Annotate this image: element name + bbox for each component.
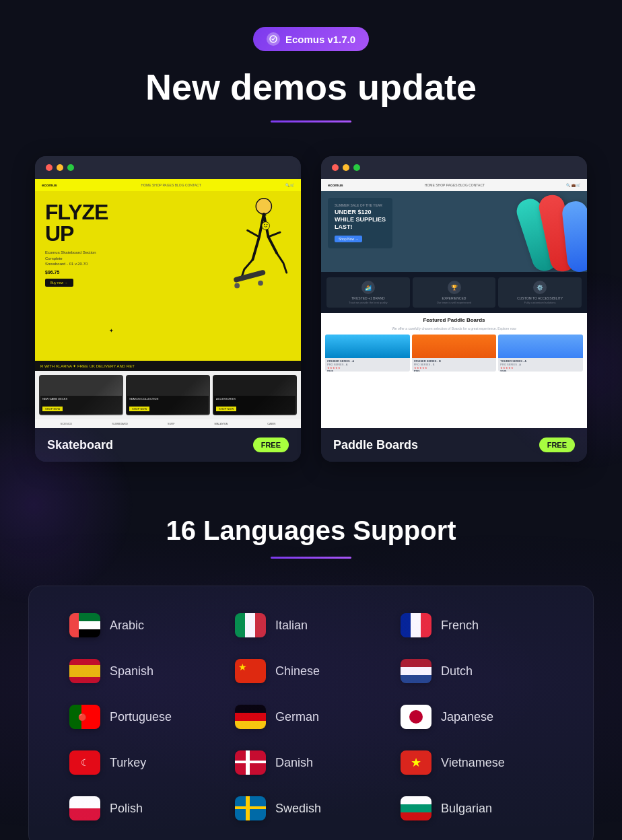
flag-polish bbox=[69, 796, 100, 820]
title-divider bbox=[271, 120, 351, 123]
language-item-spanish: Spanish bbox=[69, 659, 221, 683]
paddle-icons-row: 🏄 TRUSTED +1 BRAND Trust we provide the … bbox=[321, 272, 587, 313]
demo-cards-row: ecomus HOME SHOP PAGES BLOG CONTACT 🔍 🛒 … bbox=[0, 156, 622, 462]
language-item-bulgarian: Bulgarian bbox=[401, 796, 553, 820]
paddle-label: Paddle Boards bbox=[333, 438, 418, 452]
dot-yellow-2 bbox=[343, 164, 349, 171]
paddle-nav: ecomus HOME SHOP PAGES BLOG CONTACT 🔍 💼 … bbox=[321, 179, 587, 191]
language-item-dutch: Dutch bbox=[401, 659, 553, 683]
lang-name-bulgarian: Bulgarian bbox=[441, 802, 492, 816]
fp-card-3: TOURER SERIES - A PRO SERIES - A ★★★★★ $… bbox=[498, 335, 583, 372]
flag-turkey bbox=[69, 750, 100, 775]
flag-chinese bbox=[235, 659, 266, 683]
flag-danish bbox=[235, 750, 266, 775]
featured-products-row: CRUISER SERIES - A PRO SERIES - A ★★★★★ … bbox=[325, 335, 583, 372]
flag-dutch bbox=[401, 659, 431, 683]
skate-products-row: NEW GAME DECKS SHOP NOW SEASON COLLECTIO… bbox=[35, 371, 301, 419]
flag-german bbox=[235, 705, 266, 729]
lang-name-arabic: Arabic bbox=[110, 619, 144, 633]
browser-bar-paddle bbox=[321, 156, 587, 179]
product-card-3: ACCESSORIES SHOP NOW bbox=[213, 375, 297, 415]
skate-bg: ecomus HOME SHOP PAGES BLOG CONTACT 🔍 🛒 … bbox=[35, 179, 301, 428]
flag-japanese bbox=[401, 705, 431, 729]
skateboard-label: Skateboard bbox=[47, 438, 113, 452]
flag-vietnamese bbox=[401, 750, 431, 775]
skateboard-free-badge: FREE bbox=[253, 438, 289, 452]
skate-bottom-nav: SCIENCE SLIMBOARD SURF MALAYSIA CABIN bbox=[35, 419, 301, 428]
lang-name-swedish: Swedish bbox=[275, 802, 321, 816]
skateboard-card-footer: Skateboard FREE bbox=[35, 428, 301, 462]
language-item-turkey: Turkey bbox=[69, 750, 221, 775]
svg-point-6 bbox=[264, 224, 265, 225]
flag-arabic bbox=[69, 613, 100, 637]
lang-name-italian: Italian bbox=[275, 619, 308, 633]
language-item-german: German bbox=[235, 705, 387, 729]
lang-name-portuguese: Portuguese bbox=[110, 710, 172, 724]
paddle-screenshot: ecomus HOME SHOP PAGES BLOG CONTACT 🔍 💼 … bbox=[321, 179, 587, 428]
lang-name-german: German bbox=[275, 710, 319, 724]
page-title: New demos update bbox=[145, 67, 477, 107]
browser-bar-skateboard bbox=[35, 156, 301, 179]
paddle-hero-text: SUMMER SALE OF THE YEAR UNDER $120WHILE … bbox=[328, 198, 392, 248]
languages-title: 16 Languages Support bbox=[166, 516, 456, 546]
skateboard-screenshot: ecomus HOME SHOP PAGES BLOG CONTACT 🔍 🛒 … bbox=[35, 179, 301, 428]
demo-card-paddle[interactable]: ecomus HOME SHOP PAGES BLOG CONTACT 🔍 💼 … bbox=[321, 156, 587, 462]
lang-name-danish: Danish bbox=[275, 756, 313, 770]
languages-container: ArabicItalianFrenchSpanishChineseDutchPo… bbox=[28, 586, 594, 840]
svg-point-3 bbox=[234, 283, 240, 289]
lang-name-spanish: Spanish bbox=[110, 664, 153, 678]
lang-name-dutch: Dutch bbox=[441, 664, 473, 678]
skate-nav: ecomus HOME SHOP PAGES BLOG CONTACT 🔍 🛒 bbox=[35, 179, 301, 191]
version-badge: Ecomus v1.7.0 bbox=[253, 27, 369, 51]
flag-portuguese bbox=[69, 705, 100, 729]
languages-divider bbox=[271, 557, 351, 559]
language-item-portuguese: Portuguese bbox=[69, 705, 221, 729]
badge-icon bbox=[267, 32, 280, 46]
dot-green-2 bbox=[353, 164, 360, 171]
language-item-french: French bbox=[401, 613, 553, 637]
dot-red bbox=[46, 164, 53, 171]
featured-title: Featured Paddle Boards bbox=[325, 317, 583, 323]
dot-red-2 bbox=[332, 164, 339, 171]
lang-name-japanese: Japanese bbox=[441, 710, 493, 724]
paddle-icon-custom: ⚙️ CUSTOM TO ACCESSIBILITY Fully customi… bbox=[498, 277, 582, 308]
dot-green bbox=[67, 164, 74, 171]
language-item-chinese: Chinese bbox=[235, 659, 387, 683]
badge-label: Ecomus v1.7.0 bbox=[285, 34, 355, 45]
paddle-hero: SUMMER SALE OF THE YEAR UNDER $120WHILE … bbox=[321, 191, 587, 272]
lang-name-turkey: Turkey bbox=[110, 756, 146, 770]
language-item-italian: Italian bbox=[235, 613, 387, 637]
paddle-icon-trusted: 🏄 TRUSTED +1 BRAND Trust we provide the … bbox=[326, 277, 410, 308]
paddle-bg: ecomus HOME SHOP PAGES BLOG CONTACT 🔍 💼 … bbox=[321, 179, 587, 428]
dot-yellow bbox=[57, 164, 63, 171]
language-item-polish: Polish bbox=[69, 796, 221, 820]
language-item-arabic: Arabic bbox=[69, 613, 221, 637]
lang-name-chinese: Chinese bbox=[275, 664, 320, 678]
language-item-swedish: Swedish bbox=[235, 796, 387, 820]
product-card-2: SEASON COLLECTION SHOP NOW bbox=[126, 375, 210, 415]
languages-section: 16 Languages Support ArabicItalianFrench… bbox=[0, 502, 622, 840]
lang-name-polish: Polish bbox=[110, 802, 143, 816]
fp-card-2: CRUISER SERIES - B PRO SERIES - B ★★★★★ … bbox=[412, 335, 497, 372]
skate-ticker: R WITH KLARNA ✦ FREE UK DELIVERY AND RET bbox=[35, 361, 301, 371]
fp-card-1: CRUISER SERIES - A PRO SERIES - A ★★★★★ … bbox=[325, 335, 410, 372]
svg-point-7 bbox=[267, 224, 268, 225]
flag-italian bbox=[235, 613, 266, 637]
page-wrapper: Ecomus v1.7.0 New demos update ecomus HO… bbox=[0, 0, 622, 840]
lang-name-vietnamese: Vietnamese bbox=[441, 756, 505, 770]
paddle-featured: Featured Paddle Boards We offer a carefu… bbox=[321, 313, 587, 428]
flag-french bbox=[401, 613, 431, 637]
language-item-japanese: Japanese bbox=[401, 705, 553, 729]
lang-name-french: French bbox=[441, 619, 479, 633]
flag-swedish bbox=[235, 796, 266, 820]
paddle-card-footer: Paddle Boards FREE bbox=[321, 428, 587, 462]
svg-point-4 bbox=[258, 281, 263, 286]
flag-spanish bbox=[69, 659, 100, 683]
flag-bulgarian bbox=[401, 796, 431, 820]
languages-grid: ArabicItalianFrenchSpanishChineseDutchPo… bbox=[69, 613, 553, 820]
paddle-free-badge: FREE bbox=[539, 438, 575, 452]
demo-card-skateboard[interactable]: ecomus HOME SHOP PAGES BLOG CONTACT 🔍 🛒 … bbox=[35, 156, 301, 462]
svg-point-5 bbox=[262, 222, 270, 230]
language-item-danish: Danish bbox=[235, 750, 387, 775]
skater-icon bbox=[227, 195, 294, 295]
